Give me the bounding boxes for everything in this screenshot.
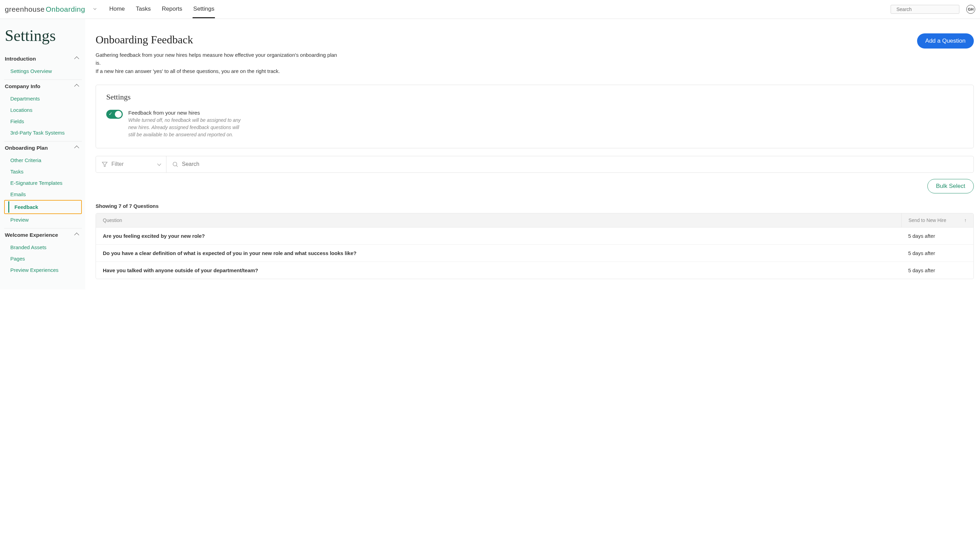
section-label: Introduction [5, 56, 36, 62]
question-text: Do you have a clear definition of what i… [96, 245, 901, 262]
question-search-input[interactable] [182, 161, 968, 167]
sort-ascending-icon: ↑ [964, 217, 967, 223]
sidebar-item-preview-experiences[interactable]: Preview Experiences [4, 264, 82, 276]
svg-point-3 [173, 162, 177, 166]
filter-dropdown[interactable]: Filter [96, 156, 166, 172]
sidebar-item-3rd-party[interactable]: 3rd-Party Task Systems [4, 127, 82, 138]
column-question[interactable]: Question [96, 213, 901, 227]
table-row[interactable]: Do you have a clear definition of what i… [96, 245, 974, 262]
bulk-select-button[interactable]: Bulk Select [928, 179, 974, 193]
toggle-title: Feedback from your new hires [128, 110, 245, 116]
sidebar-item-emails[interactable]: Emails [4, 188, 82, 200]
send-timing: 5 days after [901, 262, 974, 279]
sidebar-item-locations[interactable]: Locations [4, 104, 82, 116]
svg-marker-2 [102, 162, 107, 167]
global-search-input[interactable] [896, 6, 957, 12]
column-send-to-new-hire[interactable]: Send to New Hire ↑ [901, 213, 974, 227]
sidebar-item-feedback-highlight: Feedback [4, 200, 82, 214]
table-header: Question Send to New Hire ↑ [96, 213, 974, 228]
chevron-up-icon [74, 233, 79, 238]
top-navigation: Home Tasks Reports Settings [109, 1, 215, 18]
filter-icon [102, 161, 108, 168]
send-timing: 5 days after [901, 228, 974, 244]
sidebar-item-branded-assets[interactable]: Branded Assets [4, 242, 82, 253]
check-icon: ✓ [109, 111, 113, 116]
content-title: Onboarding Feedback [95, 34, 343, 46]
feedback-toggle[interactable]: ✓ [106, 110, 123, 119]
settings-card-heading: Settings [106, 93, 963, 102]
toggle-description: While turned off, no feedback will be as… [128, 116, 245, 138]
sidebar-item-pages[interactable]: Pages [4, 253, 82, 264]
section-onboarding-plan[interactable]: Onboarding Plan [4, 141, 82, 155]
search-icon [172, 161, 178, 168]
sidebar-item-esignature[interactable]: E-Signature Templates [4, 177, 82, 188]
question-text: Have you talked with anyone outside of y… [96, 262, 901, 279]
section-label: Onboarding Plan [5, 145, 48, 151]
page-title: Settings [5, 27, 82, 45]
filter-search-bar: Filter [95, 156, 974, 173]
svg-line-4 [177, 166, 178, 167]
content-subtitle: Gathering feedback from your new hires h… [95, 51, 343, 75]
add-question-button[interactable]: Add a Question [917, 34, 974, 48]
brand-text-2: Onboarding [46, 5, 85, 13]
main-content: Onboarding Feedback Gathering feedback f… [85, 19, 980, 289]
nav-reports[interactable]: Reports [161, 1, 183, 18]
global-search[interactable] [891, 5, 959, 14]
sidebar-item-departments[interactable]: Departments [4, 93, 82, 104]
section-label: Company Info [5, 83, 40, 89]
send-timing: 5 days after [901, 245, 974, 262]
settings-card: Settings ✓ Feedback from your new hires … [95, 85, 974, 148]
sidebar-item-feedback[interactable]: Feedback [8, 201, 81, 213]
table-row[interactable]: Are you feeling excited by your new role… [96, 228, 974, 245]
nav-settings[interactable]: Settings [192, 1, 215, 18]
top-bar: greenhouse Onboarding Home Tasks Reports… [0, 0, 980, 19]
questions-table: Question Send to New Hire ↑ Are you feel… [95, 213, 974, 279]
chevron-up-icon [74, 145, 79, 150]
topbar-right: GH [891, 5, 975, 14]
chevron-up-icon [74, 84, 79, 89]
chevron-down-icon [157, 162, 161, 166]
sidebar-item-other-criteria[interactable]: Other Criteria [4, 155, 82, 166]
sidebar-item-tasks[interactable]: Tasks [4, 166, 82, 177]
nav-tasks[interactable]: Tasks [135, 1, 151, 18]
brand-text-1: greenhouse [5, 5, 45, 13]
brand-switcher-chevron-icon[interactable] [92, 6, 98, 13]
sidebar-item-preview[interactable]: Preview [4, 214, 82, 225]
showing-count: Showing 7 of 7 Questions [95, 203, 974, 209]
brand-logo: greenhouse Onboarding [5, 5, 85, 13]
chevron-up-icon [74, 56, 79, 61]
sidebar-item-settings-overview[interactable]: Settings Overview [4, 65, 82, 77]
section-company-info[interactable]: Company Info [4, 80, 82, 93]
question-text: Are you feeling excited by your new role… [96, 228, 901, 244]
question-search[interactable] [166, 156, 974, 172]
filter-label: Filter [111, 161, 158, 167]
user-avatar[interactable]: GH [966, 5, 975, 14]
nav-home[interactable]: Home [109, 1, 126, 18]
section-introduction[interactable]: Introduction [4, 52, 82, 65]
section-label: Welcome Experience [5, 232, 58, 238]
sidebar-item-fields[interactable]: Fields [4, 116, 82, 127]
table-row[interactable]: Have you talked with anyone outside of y… [96, 262, 974, 279]
settings-sidebar: Settings Introduction Settings Overview … [0, 19, 85, 289]
section-welcome-experience[interactable]: Welcome Experience [4, 228, 82, 242]
